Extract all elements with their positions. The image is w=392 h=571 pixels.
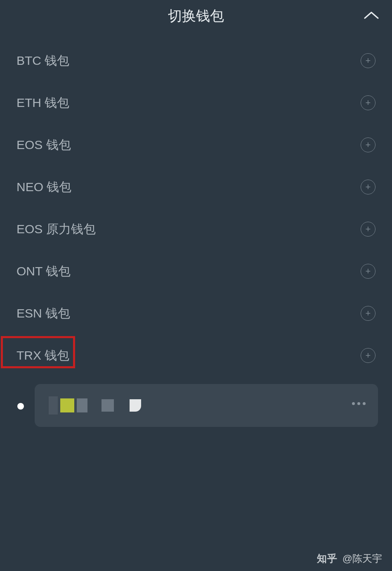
- wallet-label: ONT 钱包: [17, 263, 71, 280]
- plus-icon: +: [366, 182, 371, 192]
- avatar-block: [60, 398, 74, 412]
- wallet-item-ont[interactable]: ONT 钱包 +: [0, 250, 392, 292]
- watermark-logo: 知乎: [317, 552, 338, 565]
- plus-icon: +: [366, 225, 371, 234]
- selected-indicator-icon: [17, 403, 24, 410]
- add-wallet-button[interactable]: +: [361, 264, 375, 279]
- chevron-up-icon[interactable]: [364, 11, 379, 21]
- add-wallet-button[interactable]: +: [361, 53, 375, 68]
- plus-icon: +: [366, 56, 371, 65]
- add-wallet-button[interactable]: +: [361, 95, 375, 110]
- plus-icon: +: [366, 140, 371, 149]
- wallet-item-trx[interactable]: TRX 钱包 +: [0, 334, 392, 377]
- avatar-block: [102, 399, 114, 412]
- wallet-item-eth[interactable]: ETH 钱包 +: [0, 82, 392, 124]
- plus-icon: +: [366, 309, 371, 318]
- more-icon[interactable]: [352, 402, 366, 405]
- wallet-item-eos[interactable]: EOS 钱包 +: [0, 124, 392, 166]
- watermark-author: @陈天宇: [342, 552, 382, 565]
- page-title: 切换钱包: [168, 7, 224, 26]
- wallet-item-btc[interactable]: BTC 钱包 +: [0, 40, 392, 82]
- wallet-avatar-row: [49, 396, 141, 415]
- plus-icon: +: [366, 98, 371, 107]
- wallet-item-neo[interactable]: NEO 钱包 +: [0, 166, 392, 208]
- add-wallet-button[interactable]: +: [361, 306, 375, 321]
- plus-icon: +: [366, 267, 371, 276]
- wallet-label: EOS 钱包: [17, 137, 71, 154]
- wallet-list: BTC 钱包 + ETH 钱包 + EOS 钱包 + NEO 钱包 + EOS …: [0, 32, 392, 377]
- watermark: 知乎 @陈天宇: [317, 552, 382, 565]
- add-wallet-button[interactable]: +: [361, 137, 375, 152]
- wallet-item-eos-force[interactable]: EOS 原力钱包 +: [0, 208, 392, 250]
- wallet-label: NEO 钱包: [17, 179, 71, 196]
- wallet-label: ESN 钱包: [17, 305, 70, 322]
- wallet-label: BTC 钱包: [17, 52, 69, 69]
- avatar-block: [49, 396, 58, 415]
- plus-icon: +: [366, 351, 371, 360]
- header: 切换钱包: [0, 0, 392, 32]
- wallet-label: ETH 钱包: [17, 95, 69, 111]
- wallet-item-esn[interactable]: ESN 钱包 +: [0, 292, 392, 334]
- avatar-block: [77, 398, 87, 412]
- add-wallet-button[interactable]: +: [361, 222, 375, 237]
- wallet-label: EOS 原力钱包: [17, 221, 96, 238]
- wallet-account-card[interactable]: [35, 384, 378, 427]
- avatar-block: [130, 399, 141, 412]
- add-wallet-button[interactable]: +: [361, 348, 375, 363]
- add-wallet-button[interactable]: +: [361, 180, 375, 194]
- wallet-label: TRX 钱包: [17, 347, 69, 364]
